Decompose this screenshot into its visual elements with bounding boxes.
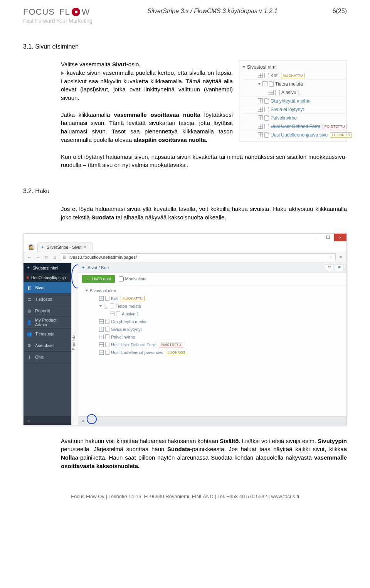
text-bold: Suodata	[91, 214, 114, 221]
add-new-button[interactable]: ＋ Lisää uusi	[82, 275, 115, 283]
browser-tab[interactable]: ✦ SilverStripe - Sivut ×	[37, 243, 92, 252]
sitetree-item[interactable]: Uusi Uudelleenohjaava sivuLUONNOS	[80, 349, 343, 356]
document-title: SilverStripe 3.x / FlowCMS 3 käyttöopas …	[147, 8, 278, 15]
status-badge: MUOKATTU	[281, 73, 305, 78]
sitetree-item[interactable]: Ota yhteyttä meihin	[241, 97, 346, 105]
sitetree-item-label: Palvelinvirhe	[111, 335, 135, 339]
sitetree-item[interactable]: Alasivu 1	[80, 310, 343, 318]
browser-address-bar: ← → ⟳ ⌂ 🗎 livess3.focusflow.net/admin/pa…	[24, 252, 346, 263]
sidebar-item[interactable]: 👤My Product Admin	[24, 317, 71, 329]
text: perusteella. Järjestelmä suorittaa haun	[61, 446, 167, 452]
main-content: ✦ Sivut / Koti ☷ ≣ ＋ Lisää uusi	[78, 263, 346, 425]
chevron-down-icon[interactable]	[99, 305, 102, 307]
sitetree-item-label: Tietoa meistä	[275, 81, 303, 87]
multiselect-input[interactable]	[119, 276, 124, 281]
list-view-button[interactable]: ≣	[335, 264, 343, 271]
window-controls: – ☐ ×	[24, 234, 346, 241]
brand-logo: FOCUS FL W Fast Forward Your Marketing	[23, 7, 92, 24]
sitetree-item[interactable]: Palvelinvirhe	[80, 333, 343, 341]
home-button[interactable]: ⌂	[51, 255, 58, 259]
forward-button[interactable]: →	[34, 255, 41, 259]
sitetree-item[interactable]: KotiMUOKATTU	[241, 71, 346, 80]
grid-icon	[258, 115, 263, 120]
window-close-button[interactable]: ×	[334, 234, 346, 241]
sitetree-item[interactable]: Sivua ei löytynyt	[241, 105, 346, 114]
page-icon	[269, 81, 274, 87]
grid-icon	[99, 327, 104, 332]
text-bold: Sivut	[112, 61, 126, 67]
page-icon: 🗎	[62, 255, 67, 259]
sitetree-item-label: Alasivu 1	[122, 312, 139, 316]
expand-chevron-icon[interactable]: »	[82, 418, 84, 423]
sidebar-item[interactable]: ⚙Asetukset	[24, 340, 71, 352]
tab-title: SilverStripe - Sivut	[47, 245, 81, 249]
sitetree-item[interactable]: Uusi Uudelleenohjaava sivuLUONNOS	[241, 131, 346, 139]
sitetree-item[interactable]: Tietoa meistä	[80, 302, 343, 310]
chevron-down-icon[interactable]	[258, 83, 261, 85]
sidebar-greeting: Hei Oletusylläpitäjä	[24, 273, 71, 282]
silverstripe-icon: ✦	[41, 245, 44, 250]
sitetree-header-label: Sivustosi nimi	[247, 64, 276, 70]
sidebar-item[interactable]: ◍Raportit	[24, 305, 71, 317]
sitetree-item-label: Tietoa meistä	[116, 304, 141, 308]
add-new-label: Lisää uusi	[92, 276, 111, 281]
reload-button[interactable]: ⟳	[43, 255, 50, 260]
back-button[interactable]: ←	[26, 255, 33, 259]
page-icon	[264, 73, 269, 78]
logo-text-a: FOCUS	[23, 7, 55, 17]
grid-icon	[99, 350, 104, 355]
sitetree-item[interactable]: Ota yhteyttä meihin	[80, 318, 343, 325]
sitetree-panel: Sivustosi nimi KotiMUOKATTUTietoa meistä…	[239, 60, 347, 142]
chevron-down-icon[interactable]	[85, 290, 88, 291]
sitetree-item[interactable]: Palvelinvirhe	[241, 114, 346, 122]
sidebar-site-title[interactable]: ✦ Sivustosi nimi	[24, 263, 71, 273]
status-badge: POISTETTU	[159, 342, 183, 347]
status-badge: MUOKATTU	[121, 296, 145, 301]
logo-text-b: FL	[59, 7, 70, 17]
sitetree-item-label: Koti	[271, 73, 279, 78]
document-header: FOCUS FL W Fast Forward Your Marketing S…	[23, 7, 347, 24]
sidebar-item[interactable]: 🗀Tiedostot	[24, 294, 71, 305]
tree-view-button[interactable]: ☷	[325, 264, 333, 271]
sitetree-header-row[interactable]: Sivustosi nimi	[80, 287, 343, 295]
chevron-down-icon[interactable]	[242, 66, 246, 68]
page-icon	[110, 303, 114, 308]
filter-label: Suodata	[72, 334, 76, 350]
sitetree-item[interactable]: Alasivu 1	[241, 88, 346, 97]
menu-icon[interactable]: ≡	[337, 255, 344, 259]
text: -osio.	[126, 61, 141, 67]
sitetree-item-label: Alasivu 1	[281, 90, 300, 95]
sitetree-item[interactable]: Tietoa meistä	[241, 80, 346, 88]
sitetree-item[interactable]: Uusi User Defined FormPOISTETTU	[80, 341, 343, 349]
sidebar-item-label: Asetukset	[35, 343, 54, 348]
text: . Lisäksi voit etsiä sivuja esim.	[239, 438, 318, 444]
browser-tab-strip: 🕵 ✦ SilverStripe - Sivut ×	[24, 241, 346, 252]
page-icon	[264, 107, 269, 112]
sitetree-item[interactable]: Uusi User Defined FormPOISTETTU	[241, 122, 346, 131]
plus-icon: ＋	[86, 276, 90, 282]
chevron-left-icon: «	[27, 418, 30, 423]
content-toolbar: ＋ Lisää uusi Monivalinta	[78, 273, 346, 285]
play-icon	[61, 71, 64, 75]
sidebar-item[interactable]: ◧Sivut	[24, 282, 71, 294]
incognito-icon: 🕵	[27, 243, 35, 251]
sidebar-item[interactable]: 👥Tietosuoja	[24, 329, 71, 340]
breadcrumb[interactable]: Sivut / Koti	[87, 265, 109, 270]
window-minimize-button[interactable]: –	[309, 234, 322, 241]
sitetree-item-label: Koti	[111, 296, 118, 301]
sidebar-item[interactable]: ℹOhje	[24, 352, 71, 363]
tab-close-icon[interactable]: ×	[84, 244, 86, 250]
sidebar-item-label: Tietosuoja	[35, 332, 54, 336]
sidebar-collapse-button[interactable]: «	[24, 416, 71, 425]
sitetree-header-row[interactable]: Sivustosi nimi	[241, 63, 346, 71]
address-field[interactable]: 🗎 livess3.focusflow.net/admin/pages/ ☆	[60, 253, 336, 261]
multiselect-checkbox[interactable]: Monivalinta	[119, 276, 147, 281]
sitetree-item-label: Sivua ei löytynyt	[271, 107, 304, 112]
window-maximize-button[interactable]: ☐	[322, 234, 334, 241]
sitetree-item[interactable]: KotiMUOKATTU	[80, 295, 343, 302]
sitetree-item[interactable]: Sivua ei löytynyt	[80, 325, 343, 333]
grid-icon	[269, 90, 274, 95]
bookmark-icon[interactable]: ☆	[329, 254, 333, 260]
filter-sidebar-handle[interactable]: Suodata	[71, 263, 78, 425]
text: tai alhaalla näkyvää kaksoisnuolta oikea…	[114, 214, 226, 221]
